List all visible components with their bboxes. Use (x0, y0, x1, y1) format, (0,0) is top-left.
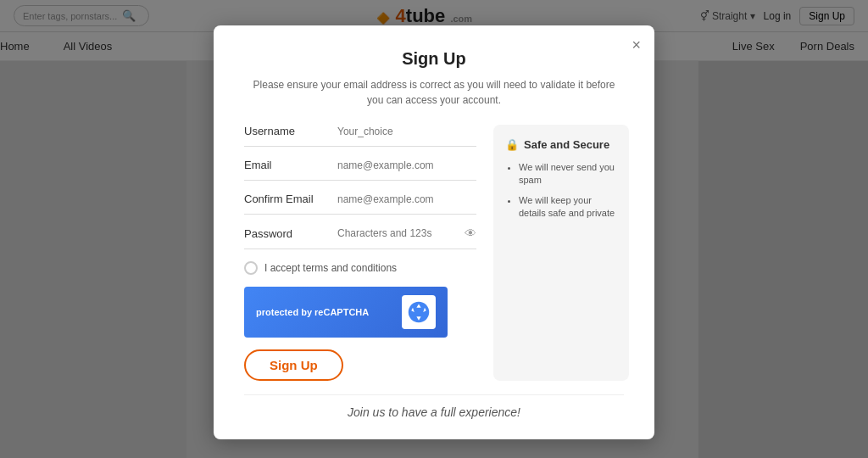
email-row: Email (244, 159, 476, 181)
safe-item-1: We will never send you spam (519, 161, 617, 187)
recaptcha-logo (402, 295, 436, 329)
safe-item-2: We will keep your details safe and priva… (519, 194, 617, 221)
password-row: Password 👁 (244, 226, 476, 249)
password-toggle-icon[interactable]: 👁 (465, 226, 476, 240)
modal-subtitle: Please ensure your email address is corr… (244, 77, 624, 108)
recaptcha-text: protected by reCAPTCHA (256, 307, 369, 317)
modal-body: Username Email Confirm Email Password (244, 125, 624, 381)
confirm-email-label: Confirm Email (244, 193, 337, 205)
username-label: Username (244, 125, 337, 137)
terms-checkbox[interactable] (244, 261, 258, 275)
username-row: Username (244, 125, 476, 147)
recaptcha-icon (407, 300, 431, 324)
lock-icon: 🔒 (505, 138, 519, 151)
modal-title: Sign Up (244, 49, 624, 69)
modal-overlay: × Sign Up Please ensure your email addre… (0, 0, 868, 458)
safe-secure-box: 🔒 Safe and Secure We will never send you… (493, 125, 629, 381)
signup-modal: × Sign Up Please ensure your email addre… (214, 25, 654, 439)
modal-footer: Join us to have a full experience! (244, 394, 624, 419)
signup-submit-button[interactable]: Sign Up (244, 349, 343, 381)
terms-row: I accept terms and conditions (244, 261, 476, 275)
confirm-email-input[interactable] (337, 193, 476, 205)
safe-items-list: We will never send you spam We will keep… (505, 161, 617, 221)
terms-label[interactable]: I accept terms and conditions (264, 262, 397, 274)
footer-text: Join us to have a full experience! (348, 405, 520, 419)
recaptcha-widget[interactable]: protected by reCAPTCHA (244, 287, 448, 338)
email-input[interactable] (337, 159, 476, 171)
email-label: Email (244, 159, 337, 171)
form-section: Username Email Confirm Email Password (244, 125, 476, 381)
confirm-email-row: Confirm Email (244, 193, 476, 215)
modal-close-button[interactable]: × (632, 37, 641, 53)
safe-title: 🔒 Safe and Secure (505, 138, 617, 151)
password-label: Password (244, 227, 337, 240)
username-input[interactable] (337, 126, 476, 137)
password-input[interactable] (337, 227, 465, 239)
